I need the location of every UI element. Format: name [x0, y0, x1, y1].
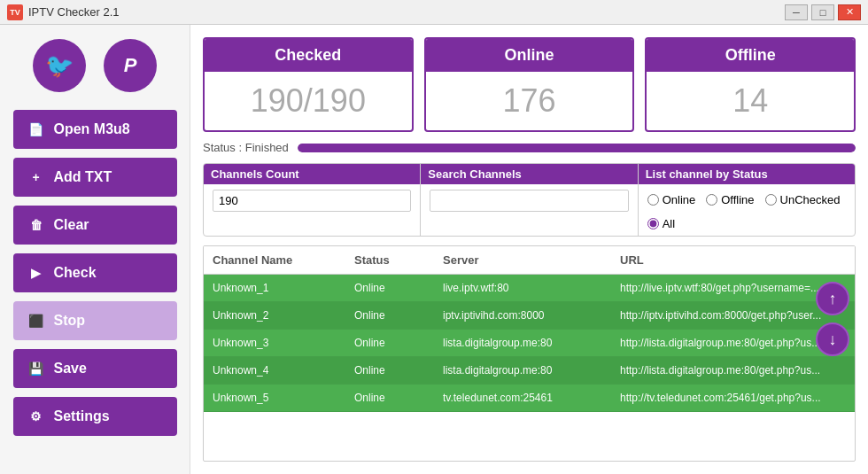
clear-button[interactable]: 🗑 Clear — [13, 206, 177, 245]
table-row[interactable]: Unknown_2 Online iptv.iptivihd.com:8000 … — [204, 302, 855, 330]
list-by-status-section: List channel by Status Online Offline Un… — [639, 164, 855, 236]
offline-label: Offline — [647, 39, 854, 72]
main-layout: 🐦 P 📄 Open M3u8 + Add TXT 🗑 Clear ▶ Chec… — [0, 25, 868, 474]
status-radio-group: Online Offline UnChecked All — [647, 190, 846, 230]
list-by-status-label: List channel by Status — [639, 164, 855, 184]
cell-status: Online — [345, 302, 434, 329]
check-button[interactable]: ▶ Check — [13, 253, 177, 292]
radio-all[interactable]: All — [647, 217, 675, 230]
settings-button[interactable]: ⚙ Settings — [13, 397, 177, 436]
cell-name: Unknown_4 — [204, 357, 345, 384]
offline-value: 14 — [647, 72, 854, 130]
gear-icon: ⚙ — [27, 409, 45, 423]
save-icon: 💾 — [27, 361, 45, 376]
title-bar-left: TV IPTV Checker 2.1 — [7, 4, 120, 20]
channels-count-label: Channels Count — [204, 164, 420, 184]
add-txt-button[interactable]: + Add TXT — [13, 158, 177, 197]
cell-status: Online — [345, 357, 434, 384]
cell-server: lista.digitalgroup.me:80 — [434, 330, 611, 356]
app-icon: TV — [7, 4, 23, 20]
checked-value: 190/190 — [205, 72, 412, 130]
cell-server: lista.digitalgroup.me:80 — [434, 357, 611, 384]
table-header: Channel Name Status Server URL — [204, 246, 855, 275]
title-bar-controls: ─ □ ✕ — [785, 4, 861, 20]
table-row[interactable]: Unknown_5 Online tv.teledunet.com:25461 … — [204, 385, 855, 412]
sidebar: 🐦 P 📄 Open M3u8 + Add TXT 🗑 Clear ▶ Chec… — [0, 25, 190, 474]
cell-server: live.iptv.wtf:80 — [434, 275, 611, 301]
content-area: Checked 190/190 Online 176 Offline 14 St… — [190, 25, 868, 474]
online-card: Online 176 — [424, 37, 635, 132]
search-channels-input[interactable] — [430, 190, 628, 212]
scroll-up-button[interactable]: ↑ — [816, 282, 849, 315]
search-channels-section: Search Channels — [421, 164, 638, 236]
channels-count-input[interactable] — [213, 190, 411, 212]
filter-row: Channels Count Search Channels List chan… — [203, 163, 856, 237]
col-header-name: Channel Name — [204, 252, 345, 268]
checked-label: Checked — [205, 39, 412, 72]
channels-table: Channel Name Status Server URL Unknown_1… — [203, 245, 856, 462]
save-button[interactable]: 💾 Save — [13, 349, 177, 388]
scroll-down-button[interactable]: ↓ — [816, 322, 849, 356]
online-label: Online — [426, 39, 633, 72]
scroll-buttons: ↑ ↓ — [816, 282, 849, 356]
paypal-logo[interactable]: P — [104, 39, 157, 92]
cell-server: iptv.iptivihd.com:8000 — [434, 302, 611, 329]
cell-server: tv.teledunet.com:25461 — [434, 385, 611, 411]
twitter-logo[interactable]: 🐦 — [33, 39, 86, 92]
plus-icon: + — [27, 170, 45, 184]
cell-name: Unknown_3 — [204, 330, 345, 356]
col-header-status: Status — [345, 252, 434, 268]
cell-name: Unknown_5 — [204, 385, 345, 411]
cell-url: http://lista.digitalgroup.me:80/get.php?… — [611, 357, 855, 384]
title-bar: TV IPTV Checker 2.1 ─ □ ✕ — [0, 0, 868, 25]
checked-card: Checked 190/190 — [203, 37, 414, 132]
channels-count-section: Channels Count — [204, 164, 421, 236]
status-text: Status : Finished — [203, 141, 289, 154]
online-value: 176 — [426, 72, 633, 130]
sidebar-logos: 🐦 P — [33, 39, 157, 92]
paypal-icon: P — [124, 54, 137, 77]
maximize-button[interactable]: □ — [811, 4, 834, 20]
stats-row: Checked 190/190 Online 176 Offline 14 — [203, 37, 856, 132]
radio-online[interactable]: Online — [647, 193, 696, 206]
cell-url: http://tv.teledunet.com:25461/get.php?us… — [611, 385, 855, 411]
cell-status: Online — [345, 385, 434, 411]
close-button[interactable]: ✕ — [838, 4, 861, 20]
radio-unchecked[interactable]: UnChecked — [765, 193, 841, 206]
table-row[interactable]: Unknown_1 Online live.iptv.wtf:80 http:/… — [204, 275, 855, 302]
trash-icon: 🗑 — [27, 218, 45, 232]
cell-status: Online — [345, 275, 434, 301]
minimize-button[interactable]: ─ — [785, 4, 808, 20]
status-bar: Status : Finished — [203, 141, 856, 154]
cell-status: Online — [345, 330, 434, 356]
progress-bar-background — [298, 144, 856, 152]
file-icon: 📄 — [27, 122, 45, 136]
play-icon: ▶ — [27, 266, 45, 280]
stop-button[interactable]: ⬛ Stop — [13, 301, 177, 340]
search-channels-label: Search Channels — [421, 164, 637, 184]
progress-bar-fill — [298, 144, 856, 152]
window-title: IPTV Checker 2.1 — [28, 5, 120, 19]
radio-offline[interactable]: Offline — [706, 193, 754, 206]
col-header-server: Server — [434, 252, 611, 268]
table-row[interactable]: Unknown_4 Online lista.digitalgroup.me:8… — [204, 357, 855, 385]
twitter-icon: 🐦 — [45, 52, 74, 80]
table-row[interactable]: Unknown_3 Online lista.digitalgroup.me:8… — [204, 330, 855, 357]
offline-card: Offline 14 — [645, 37, 856, 132]
cell-name: Unknown_2 — [204, 302, 345, 329]
stop-icon: ⬛ — [27, 314, 45, 328]
col-header-url: URL — [611, 252, 855, 268]
open-m3u8-button[interactable]: 📄 Open M3u8 — [13, 110, 177, 149]
table-body: Unknown_1 Online live.iptv.wtf:80 http:/… — [204, 275, 855, 461]
cell-name: Unknown_1 — [204, 275, 345, 301]
